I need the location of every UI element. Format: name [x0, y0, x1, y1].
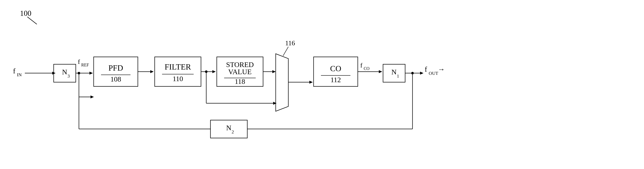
label-filter: FILTER — [164, 62, 191, 71]
label-stored1: STORED — [226, 61, 254, 69]
subscript-n1: 1 — [397, 73, 399, 79]
mux-shape — [276, 54, 288, 111]
diagram-label: 100 — [20, 9, 31, 18]
label-n3: N — [62, 68, 67, 76]
signal-fin: f — [13, 67, 16, 75]
label-n2: N — [226, 124, 232, 132]
subscript-n3: 3 — [68, 73, 70, 79]
label-pfd: PFD — [108, 63, 123, 72]
signal-fout: f — [425, 65, 427, 73]
diagram-container: 100 116 N 3 PFD 108 FILTER 110 STORED VA… — [0, 0, 644, 169]
signal-fref: f — [78, 58, 80, 65]
subscript-n2: 2 — [232, 129, 234, 134]
ref-label-116: 116 — [285, 39, 295, 47]
signal-fout-sub: OUT — [429, 71, 438, 76]
sublabel-stored: 118 — [235, 78, 245, 85]
signal-fco: f — [360, 62, 362, 69]
signal-fref-sub: REF — [81, 63, 89, 67]
label-stored2: VALUE — [228, 68, 252, 76]
signal-fin-sub: IN — [17, 72, 22, 77]
sublabel-pfd: 108 — [110, 75, 121, 83]
signal-fco-sub: CO — [364, 66, 370, 71]
signal-fout-arrow: → — [438, 65, 445, 73]
label-n1: N — [392, 68, 397, 76]
label-co: CO — [330, 64, 341, 73]
sublabel-filter: 110 — [172, 75, 183, 83]
sublabel-co: 112 — [330, 76, 341, 84]
